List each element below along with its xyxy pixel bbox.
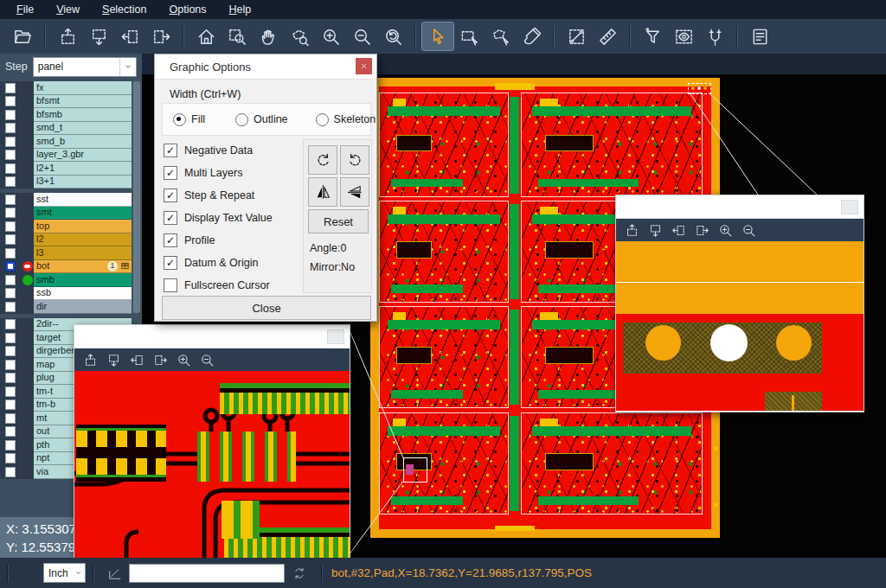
layer-checkbox[interactable] bbox=[5, 150, 16, 160]
open-file-button[interactable] bbox=[7, 22, 38, 50]
checkbox-box[interactable] bbox=[164, 278, 177, 292]
checkbox-box[interactable]: ✓ bbox=[164, 233, 177, 247]
zoom-out-button[interactable] bbox=[346, 22, 377, 50]
graphic-options-dialog[interactable]: Graphic Options Width (Ctrl+W) FillOutli… bbox=[154, 54, 377, 322]
select-polygon-button[interactable] bbox=[485, 22, 516, 50]
layer-checkbox[interactable] bbox=[5, 426, 16, 437]
dialog-close-button[interactable] bbox=[356, 58, 372, 74]
snap-angle-icon[interactable] bbox=[106, 565, 124, 582]
report-form-button[interactable] bbox=[744, 22, 775, 50]
pan-down-button[interactable] bbox=[83, 22, 114, 50]
layer-checkbox[interactable] bbox=[5, 248, 16, 259]
checkbox-fullscreen-cursor[interactable]: Fullscreen Cursor bbox=[164, 274, 302, 297]
step-dropdown[interactable]: panel bbox=[33, 57, 137, 77]
dialog-title-bar[interactable]: Graphic Options bbox=[155, 54, 376, 80]
layer-row-l2[interactable]: l2 bbox=[0, 233, 132, 247]
layer-row-bfsmt[interactable]: bfsmt bbox=[0, 95, 132, 109]
mirror-vertical-button[interactable] bbox=[340, 177, 369, 207]
measure-distance-button[interactable] bbox=[561, 22, 592, 50]
radio-skeleton[interactable]: Skeleton bbox=[316, 113, 376, 126]
layer-checkbox[interactable] bbox=[5, 221, 16, 232]
magnifier-title-bar[interactable] bbox=[616, 195, 864, 219]
menu-item-selection[interactable]: Selection bbox=[93, 2, 156, 17]
layer-checkbox[interactable] bbox=[5, 96, 16, 106]
magnifier-view-panel-edge[interactable] bbox=[616, 241, 864, 411]
layer-row-smd_b[interactable]: smd_b bbox=[0, 135, 132, 149]
view-options-button[interactable] bbox=[668, 22, 699, 50]
ruler-button[interactable] bbox=[592, 22, 623, 50]
layer-checkbox[interactable] bbox=[5, 467, 16, 477]
checkbox-box[interactable]: ✓ bbox=[164, 256, 177, 270]
scrollbar-thumb[interactable] bbox=[133, 81, 140, 313]
layer-checkbox[interactable] bbox=[5, 176, 16, 187]
layer-checkbox[interactable] bbox=[5, 453, 16, 463]
zoom-in-button[interactable] bbox=[177, 353, 191, 368]
layer-checkbox[interactable] bbox=[5, 234, 16, 245]
layer-row-top[interactable]: top bbox=[0, 220, 132, 233]
pan-right-button[interactable] bbox=[145, 22, 177, 50]
layer-checkbox[interactable] bbox=[5, 163, 16, 174]
magnifier-window-button[interactable] bbox=[327, 329, 344, 344]
zoom-in-button[interactable] bbox=[718, 223, 733, 238]
layer-checkbox[interactable] bbox=[5, 373, 16, 383]
layer-checkbox[interactable] bbox=[5, 302, 16, 312]
zoom-source-selection-top-right[interactable] bbox=[688, 83, 711, 94]
refresh-icon[interactable] bbox=[292, 566, 307, 581]
layer-row-bfsmb[interactable]: bfsmb bbox=[0, 108, 132, 122]
layer-row-l3+1[interactable]: l3+1 bbox=[0, 176, 132, 189]
brush-select-button[interactable] bbox=[516, 22, 547, 50]
checkbox-box[interactable]: ✓ bbox=[164, 211, 177, 225]
grid-icon[interactable] bbox=[120, 261, 130, 271]
layer-checkbox[interactable] bbox=[5, 399, 16, 410]
menu-item-help[interactable]: Help bbox=[220, 2, 261, 17]
command-input[interactable] bbox=[129, 564, 285, 583]
layer-checkbox[interactable] bbox=[5, 346, 16, 356]
zoom-polygon-button[interactable] bbox=[284, 22, 315, 50]
menu-item-file[interactable]: File bbox=[7, 2, 43, 17]
checkbox-box[interactable]: ✓ bbox=[164, 166, 177, 180]
pan-up-button[interactable] bbox=[52, 22, 83, 50]
magnifier-view-pcb-detail[interactable] bbox=[74, 371, 350, 559]
layer-checkbox[interactable] bbox=[5, 440, 16, 451]
checkbox-step-repeat[interactable]: ✓Step & Repeat bbox=[164, 184, 302, 207]
magnifier-window-bottom-left[interactable] bbox=[74, 324, 350, 560]
zoom-source-selection-bottom-left[interactable] bbox=[403, 457, 427, 483]
layer-checkbox[interactable] bbox=[5, 137, 16, 147]
layer-checkbox[interactable] bbox=[5, 319, 16, 329]
layer-checkbox[interactable] bbox=[5, 387, 16, 397]
mirror-horizontal-button[interactable] bbox=[308, 177, 337, 207]
zoom-in-button[interactable] bbox=[315, 22, 346, 50]
layer-row-ssb[interactable]: ssb bbox=[0, 287, 132, 301]
zoom-home-button[interactable] bbox=[190, 22, 222, 50]
layer-checkbox[interactable] bbox=[5, 208, 16, 218]
layer-checkbox[interactable] bbox=[5, 333, 16, 343]
zoom-previous-button[interactable] bbox=[377, 22, 408, 50]
layer-row-fx[interactable]: fx bbox=[0, 81, 132, 95]
close-button[interactable]: Close bbox=[162, 296, 371, 320]
checkbox-display-text-value[interactable]: ✓Display Text Value bbox=[164, 207, 302, 229]
pan-down-button[interactable] bbox=[648, 223, 663, 238]
magnifier-title-bar[interactable] bbox=[74, 325, 350, 348]
select-rect-button[interactable] bbox=[453, 22, 485, 50]
pan-up-button[interactable] bbox=[625, 223, 639, 238]
pan-down-button[interactable] bbox=[106, 353, 121, 368]
menu-item-options[interactable]: Options bbox=[159, 2, 215, 17]
pan-left-button[interactable] bbox=[671, 223, 686, 238]
checkbox-profile[interactable]: ✓Profile bbox=[164, 229, 302, 252]
snap-jump-button[interactable] bbox=[699, 22, 730, 50]
checkbox-datum-origin[interactable]: ✓Datum & Origin bbox=[164, 252, 302, 274]
layer-row-layer_3.gbr[interactable]: layer_3.gbr bbox=[0, 149, 132, 163]
radio-fill[interactable]: Fill bbox=[173, 113, 205, 126]
checkbox-multi-layers[interactable]: ✓Multi Layers bbox=[164, 162, 302, 184]
layer-row-smd_t[interactable]: smd_t bbox=[0, 122, 132, 136]
filter-button[interactable] bbox=[637, 22, 668, 50]
layer-checkbox[interactable] bbox=[5, 275, 16, 285]
pan-left-button[interactable] bbox=[114, 22, 145, 50]
layer-checkbox[interactable] bbox=[5, 123, 16, 133]
checkbox-box[interactable]: ✓ bbox=[164, 189, 177, 202]
magnifier-window-button[interactable] bbox=[841, 200, 858, 214]
layer-row-l3[interactable]: l3 bbox=[0, 246, 132, 260]
layer-checkbox[interactable] bbox=[5, 83, 16, 93]
pan-up-button[interactable] bbox=[83, 353, 98, 368]
select-arrow-button[interactable] bbox=[422, 22, 453, 50]
